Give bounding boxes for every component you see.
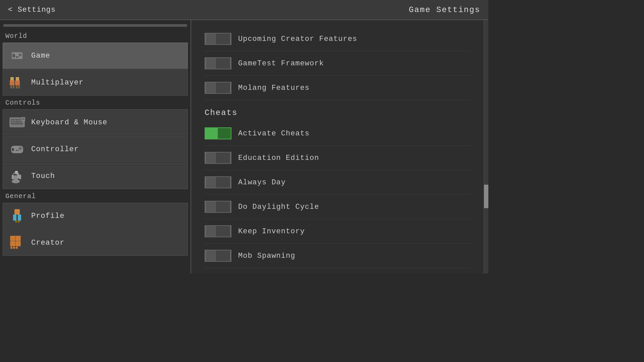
multiplayer-icon: [8, 74, 26, 91]
svg-rect-54: [16, 241, 20, 246]
setting-upcoming-creator: Upcoming Creator Features: [205, 27, 470, 51]
svg-rect-22: [11, 121, 12, 122]
svg-rect-50: [18, 221, 20, 223]
page-title: Game Settings: [409, 5, 480, 14]
setting-label-always-day: Always Day: [238, 178, 470, 187]
toggle-keep-inventory[interactable]: [205, 225, 231, 237]
svg-point-28: [22, 118, 24, 120]
svg-rect-53: [10, 241, 15, 246]
svg-rect-11: [13, 85, 14, 88]
game-icon: [8, 47, 26, 64]
section-label-controls: Controls: [0, 96, 191, 109]
setting-keep-inventory: Keep Inventory: [205, 219, 470, 244]
svg-rect-46: [14, 209, 20, 215]
svg-rect-41: [19, 175, 21, 179]
sidebar-item-keyboard[interactable]: Keyboard & Mouse: [3, 109, 188, 135]
svg-rect-47: [13, 215, 16, 221]
svg-rect-35: [19, 147, 21, 148]
sidebar-item-touch[interactable]: Touch: [3, 163, 188, 189]
setting-mob-spawning: Mob Spawning: [205, 244, 470, 268]
svg-rect-55: [10, 247, 12, 249]
svg-rect-42: [12, 175, 14, 179]
sidebar-item-touch-label: Touch: [31, 172, 55, 180]
setting-label-gametest-framework: GameTest Framework: [238, 59, 470, 68]
setting-mob-griefing: Mob Griefing: [205, 268, 470, 274]
toggle-mob-spawning[interactable]: [205, 250, 231, 262]
setting-label-upcoming-creator: Upcoming Creator Features: [238, 35, 470, 43]
main-layout: World Game: [0, 20, 488, 274]
sidebar-item-game[interactable]: Game: [3, 43, 188, 69]
svg-rect-33: [18, 148, 20, 149]
svg-rect-17: [11, 119, 12, 120]
main-content: Upcoming Creator Features GameTest Frame…: [191, 20, 484, 274]
section-label-general: General: [0, 190, 191, 202]
svg-rect-57: [16, 247, 18, 249]
setting-label-activate-cheats: Activate Cheats: [238, 129, 470, 138]
sidebar-item-controller[interactable]: Controller: [3, 136, 188, 162]
setting-label-molang-features: Molang Features: [238, 84, 470, 92]
svg-rect-49: [15, 221, 17, 223]
section-label-world: World: [0, 29, 191, 42]
scrollbar-track: [484, 20, 488, 274]
toggle-education-edition[interactable]: [205, 152, 231, 164]
scrollbar-thumb[interactable]: [484, 185, 488, 208]
cheats-section-header: Cheats: [205, 100, 470, 121]
toggle-always-day[interactable]: [205, 176, 231, 188]
setting-label-keep-inventory: Keep Inventory: [238, 227, 470, 236]
toggle-molang-features[interactable]: [205, 82, 231, 94]
svg-rect-5: [19, 53, 21, 55]
sidebar: World Game: [0, 20, 191, 274]
svg-rect-26: [11, 123, 23, 124]
setting-label-do-daylight-cycle: Do Daylight Cycle: [238, 203, 470, 211]
svg-rect-12: [16, 77, 19, 80]
svg-rect-52: [16, 236, 20, 241]
svg-rect-48: [18, 215, 21, 221]
setting-education-edition: Education Edition: [205, 146, 470, 170]
sidebar-item-profile-label: Profile: [31, 212, 64, 220]
svg-rect-3: [18, 54, 20, 56]
creator-icon: [8, 234, 26, 251]
svg-rect-9: [10, 80, 14, 85]
svg-rect-37: [16, 150, 18, 151]
svg-rect-21: [20, 119, 22, 120]
svg-rect-15: [18, 85, 20, 88]
svg-rect-7: [16, 56, 18, 58]
svg-rect-6: [19, 55, 21, 57]
sidebar-item-controller-label: Controller: [31, 145, 79, 154]
sidebar-scroll-indicator: [3, 24, 187, 27]
svg-rect-14: [16, 85, 17, 88]
svg-rect-25: [20, 121, 22, 122]
sidebar-item-multiplayer[interactable]: Multiplayer: [3, 69, 188, 96]
svg-rect-19: [15, 119, 17, 120]
touch-icon: [8, 167, 26, 185]
toggle-do-daylight-cycle[interactable]: [205, 201, 231, 213]
svg-rect-51: [10, 236, 15, 241]
toggle-gametest-framework[interactable]: [205, 57, 231, 69]
sidebar-item-game-label: Game: [31, 52, 50, 60]
sidebar-item-profile[interactable]: Profile: [3, 203, 188, 229]
svg-rect-34: [20, 148, 22, 149]
setting-label-education-edition: Education Edition: [238, 154, 470, 162]
keyboard-icon: [8, 114, 26, 131]
setting-always-day: Always Day: [205, 170, 470, 195]
toggle-upcoming-creator[interactable]: [205, 33, 231, 45]
setting-label-mob-spawning: Mob Spawning: [238, 252, 470, 260]
sidebar-item-keyboard-label: Keyboard & Mouse: [31, 118, 107, 127]
svg-rect-23: [13, 121, 15, 122]
svg-rect-20: [18, 119, 19, 120]
setting-do-daylight-cycle: Do Daylight Cycle: [205, 195, 470, 219]
back-button[interactable]: < Settings: [8, 6, 56, 14]
svg-rect-2: [12, 54, 15, 57]
setting-molang-features: Molang Features: [205, 76, 470, 100]
sidebar-item-creator-label: Creator: [31, 239, 64, 247]
svg-line-45: [14, 173, 14, 175]
sidebar-item-multiplayer-label: Multiplayer: [31, 78, 84, 87]
svg-rect-24: [15, 121, 19, 122]
header: < Settings Game Settings: [0, 0, 488, 20]
svg-rect-56: [13, 247, 15, 249]
svg-rect-18: [13, 119, 15, 120]
setting-activate-cheats: Activate Cheats: [205, 121, 470, 146]
toggle-activate-cheats[interactable]: [205, 127, 231, 139]
svg-rect-36: [19, 149, 21, 150]
sidebar-item-creator[interactable]: Creator: [3, 230, 188, 256]
